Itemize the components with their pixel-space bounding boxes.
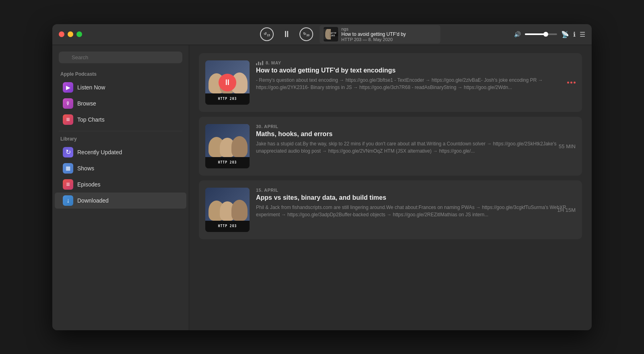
browse-icon: 🎙 bbox=[63, 98, 73, 109]
episode-thumbnail: НТТР 2О3 bbox=[205, 188, 250, 232]
downloaded-icon: ↓ bbox=[63, 195, 73, 206]
pause-button[interactable]: ⏸ bbox=[280, 28, 293, 41]
maximize-button[interactable] bbox=[76, 31, 82, 37]
episode-info: 8. MAY How to avoid getting UTF'd by tex… bbox=[256, 60, 576, 91]
now-playing-thumbnail: HTTP 203 bbox=[324, 27, 338, 41]
pause-overlay bbox=[219, 74, 236, 91]
sidebar-item-recently-updated[interactable]: ↻ Recently Updated bbox=[55, 144, 186, 160]
dot bbox=[567, 81, 569, 83]
dot bbox=[574, 81, 576, 83]
close-button[interactable] bbox=[59, 31, 64, 37]
sidebar-item-shows[interactable]: ▦ Shows bbox=[55, 160, 186, 176]
episode-card[interactable]: НТТР 2О3 15. APRIL Apps vs sites, binary… bbox=[199, 180, 582, 239]
volume-slider[interactable] bbox=[525, 33, 557, 35]
sidebar-divider bbox=[59, 131, 182, 131]
library-section-label: Library bbox=[52, 135, 189, 144]
thumbnail-label-text: НТТР 2О3 bbox=[205, 157, 250, 168]
episode-card[interactable]: НТТР 2О3 30. APRIL Maths, hooks, and err… bbox=[199, 117, 582, 176]
forward-button[interactable]: ↻30 bbox=[299, 27, 313, 41]
episodes-label: Episodes bbox=[77, 181, 101, 188]
thumbnail-label-text: НТТР 2О3 bbox=[205, 221, 250, 232]
apple-podcasts-section-label: Apple Podcasts bbox=[52, 70, 189, 79]
downloaded-label: Downloaded bbox=[77, 197, 109, 204]
episode-card[interactable]: HTTP 203 8. MAY How to avoid getting UTF… bbox=[199, 53, 582, 112]
now-playing-text: ngs How to avoid getting UTF'd by HTTP 2… bbox=[341, 27, 406, 42]
thumbnail-label: HTTP 203 bbox=[324, 27, 338, 41]
episode-thumbnail: HTTP 203 bbox=[205, 60, 250, 105]
episode-meta bbox=[567, 81, 576, 83]
listen-now-label: Listen Now bbox=[77, 84, 105, 91]
episode-date: 8. MAY bbox=[256, 60, 576, 65]
listen-now-icon: ▶ bbox=[63, 82, 73, 93]
titlebar-right: 🔊 📡 ℹ ☰ bbox=[511, 31, 592, 38]
episode-description: Jake has a stupid cat.By the way, skip t… bbox=[256, 140, 576, 155]
search-input[interactable] bbox=[59, 52, 182, 63]
episode-date: 30. APRIL bbox=[256, 124, 576, 129]
episode-info: 15. APRIL Apps vs sites, binary data, an… bbox=[256, 188, 576, 218]
list-icon[interactable]: ☰ bbox=[580, 31, 585, 38]
titlebar: ↺15 ⏸ ↻30 HTTP 203 bbox=[52, 24, 592, 45]
search-wrapper: 🔍 bbox=[52, 52, 189, 70]
duration-label: 55 MIN bbox=[559, 143, 576, 149]
content-area: HTTP 203 8. MAY How to avoid getting UTF… bbox=[189, 45, 592, 330]
sidebar-item-listen-now[interactable]: ▶ Listen Now bbox=[55, 79, 186, 95]
now-playing-title: How to avoid getting UTF'd by bbox=[341, 31, 406, 37]
browse-label: Browse bbox=[77, 100, 96, 107]
episode-title: Apps vs sites, binary data, and build ti… bbox=[256, 194, 576, 201]
episode-date: 15. APRIL bbox=[256, 188, 576, 193]
traffic-lights bbox=[52, 31, 189, 37]
recently-updated-icon: ↻ bbox=[63, 147, 73, 157]
airplay-icon[interactable]: 📡 bbox=[561, 31, 569, 38]
minimize-button[interactable] bbox=[68, 31, 73, 37]
sidebar-item-top-charts[interactable]: ≡ Top Charts bbox=[55, 112, 186, 128]
episode-description: - Remy's question about text encoding → … bbox=[256, 77, 576, 91]
episode-thumbnail: НТТР 2О3 bbox=[205, 124, 250, 168]
duration-label: 1H 15M bbox=[557, 207, 576, 213]
episode-info: 30. APRIL Maths, hooks, and errors Jake … bbox=[256, 124, 576, 155]
episodes-icon: ≡ bbox=[63, 179, 73, 190]
info-icon[interactable]: ℹ bbox=[573, 31, 576, 38]
now-playing-show: ngs bbox=[341, 27, 406, 31]
thumbnail-image bbox=[205, 124, 250, 157]
titlebar-center: ↺15 ⏸ ↻30 HTTP 203 bbox=[189, 25, 511, 43]
thumbnail-image bbox=[205, 188, 250, 221]
search-container: 🔍 bbox=[59, 52, 182, 63]
thumbnail-label-text: HTTP 203 bbox=[205, 93, 250, 105]
top-charts-label: Top Charts bbox=[77, 116, 105, 123]
playing-bars-icon bbox=[256, 60, 263, 65]
now-playing-mini: HTTP 203 ngs How to avoid getting UTF'd … bbox=[320, 25, 440, 43]
app-window: ↺15 ⏸ ↻30 HTTP 203 bbox=[52, 24, 592, 330]
main-body: 🔍 Apple Podcasts ▶ Listen Now 🎙 Browse ≡… bbox=[52, 45, 592, 330]
episode-meta: 1H 15M bbox=[557, 207, 576, 213]
volume-icon: 🔊 bbox=[514, 31, 521, 37]
sidebar: 🔍 Apple Podcasts ▶ Listen Now 🎙 Browse ≡… bbox=[52, 45, 189, 330]
shows-icon: ▦ bbox=[63, 163, 73, 174]
dot bbox=[570, 81, 572, 83]
shows-label: Shows bbox=[77, 165, 94, 172]
episode-title: How to avoid getting UTF'd by text encod… bbox=[256, 67, 576, 74]
sidebar-item-browse[interactable]: 🎙 Browse bbox=[55, 95, 186, 112]
top-charts-icon: ≡ bbox=[63, 114, 73, 125]
more-options-button[interactable] bbox=[567, 81, 576, 83]
now-playing-subtitle: HTTP 203 — 8. May 2020 bbox=[341, 37, 406, 42]
episode-meta: 55 MIN bbox=[559, 143, 576, 149]
sidebar-item-episodes[interactable]: ≡ Episodes bbox=[55, 176, 186, 193]
episode-description: Phil & Jack from fishandscripts.com are … bbox=[256, 204, 576, 218]
episode-title: Maths, hooks, and errors bbox=[256, 130, 576, 138]
rewind-button[interactable]: ↺15 bbox=[260, 27, 274, 41]
recently-updated-label: Recently Updated bbox=[77, 149, 122, 155]
sidebar-item-downloaded[interactable]: ↓ Downloaded bbox=[55, 193, 186, 209]
